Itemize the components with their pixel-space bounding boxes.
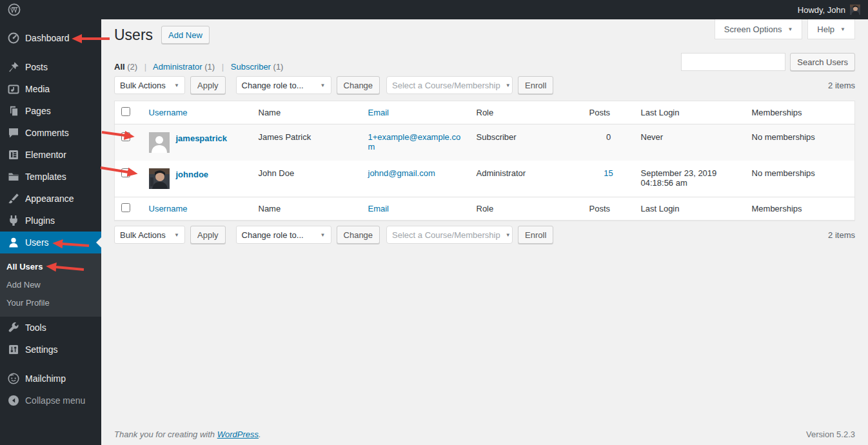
email-link[interactable]: johnd@gmail.com — [368, 168, 435, 178]
wrench-icon — [7, 321, 20, 334]
filter-administrator[interactable]: Administrator — [153, 62, 202, 72]
bulk-actions-select[interactable]: Bulk Actions ▼ — [114, 226, 185, 244]
last-login-cell: Never — [635, 124, 745, 161]
items-count: 2 items — [828, 81, 855, 90]
table-row: jamespatrick James Patrick 1+example@exa… — [115, 124, 855, 161]
bulk-actions-label: Bulk Actions — [120, 230, 166, 240]
apply-button[interactable]: Apply — [190, 76, 226, 94]
screen-options-tab[interactable]: Screen Options ▼ — [715, 19, 803, 39]
course-membership-select[interactable]: Select a Course/Membership ▼ — [386, 226, 513, 244]
sidebar-item-pages[interactable]: Pages — [0, 100, 101, 122]
role-header: Role — [470, 101, 583, 124]
folder-icon — [7, 170, 20, 183]
posts-header: Posts — [583, 101, 635, 124]
chevron-down-icon: ▼ — [787, 26, 793, 32]
change-button[interactable]: Change — [337, 76, 380, 94]
sort-username-header[interactable]: Username — [149, 108, 188, 117]
sidebar-item-dashboard[interactable]: Dashboard — [0, 27, 101, 49]
sidebar-item-appearance[interactable]: Appearance — [0, 188, 101, 210]
select-all-checkbox[interactable] — [121, 203, 130, 212]
filter-separator: | — [144, 62, 146, 72]
course-membership-label: Select a Course/Membership — [392, 81, 500, 90]
bulk-actions-select[interactable]: Bulk Actions ▼ — [114, 76, 185, 94]
name-header: Name — [252, 101, 362, 124]
sidebar-label: Pages — [25, 106, 51, 116]
screen-meta-tabs: Screen Options ▼ Help ▼ — [715, 19, 855, 39]
sort-username-header[interactable]: Username — [149, 204, 188, 213]
change-role-select[interactable]: Change role to... ▼ — [236, 76, 331, 94]
role-cell: Subscriber — [470, 124, 583, 161]
add-new-button[interactable]: Add New — [161, 26, 210, 44]
chevron-down-icon: ▼ — [321, 83, 326, 88]
row-checkbox[interactable] — [121, 132, 130, 141]
admin-footer: Thank you for creating with WordPress. V… — [114, 430, 855, 439]
sort-email-header[interactable]: Email — [368, 204, 390, 213]
menu-separator — [0, 361, 101, 368]
sidebar-item-plugins[interactable]: Plugins — [0, 210, 101, 232]
enroll-button[interactable]: Enroll — [518, 76, 553, 94]
page-title: Users — [114, 25, 153, 44]
sidebar-item-elementor[interactable]: Elementor — [0, 144, 101, 166]
username-link[interactable]: johndoe — [176, 168, 209, 179]
sidebar-item-posts[interactable]: Posts — [0, 56, 101, 78]
username-link[interactable]: jamespatrick — [176, 132, 228, 143]
select-all-checkbox[interactable] — [121, 107, 130, 116]
sidebar-item-users[interactable]: Users — [0, 232, 101, 253]
email-link[interactable]: 1+example@example.com — [368, 132, 462, 152]
wordpress-link[interactable]: WordPress — [217, 430, 259, 439]
howdy-label: Howdy, John — [798, 5, 845, 15]
memberships-cell: No memberships — [745, 161, 855, 197]
chevron-down-icon: ▼ — [840, 26, 845, 32]
footer-period: . — [259, 430, 261, 439]
avatar — [149, 168, 170, 189]
row-checkbox[interactable] — [121, 168, 130, 177]
filter-separator: | — [222, 62, 224, 72]
sidebar-item-collapse-menu[interactable]: Collapse menu — [0, 390, 101, 411]
posts-count-link[interactable]: 15 — [604, 168, 613, 178]
sort-email-header[interactable]: Email — [368, 108, 390, 117]
chevron-down-icon: ▼ — [506, 232, 511, 238]
chevron-down-icon: ▼ — [321, 232, 326, 238]
role-cell: Administrator — [470, 161, 583, 197]
sidebar-label: Elementor — [25, 150, 66, 160]
search-users-button[interactable]: Search Users — [790, 53, 855, 71]
sidebar-item-media[interactable]: Media — [0, 78, 101, 100]
change-role-label: Change role to... — [242, 230, 304, 240]
filter-subscriber[interactable]: Subscriber — [231, 62, 271, 72]
sidebar-label: Mailchimp — [25, 373, 66, 384]
apply-button[interactable]: Apply — [190, 226, 226, 244]
course-membership-select[interactable]: Select a Course/Membership ▼ — [386, 76, 513, 94]
change-button[interactable]: Change — [337, 226, 380, 244]
footer-thanks: Thank you for creating with WordPress. — [114, 430, 261, 439]
sidebar-item-settings[interactable]: Settings — [0, 339, 101, 361]
sidebar-item-mailchimp[interactable]: Mailchimp — [0, 368, 101, 390]
chevron-down-icon: ▼ — [506, 83, 511, 88]
enroll-button[interactable]: Enroll — [518, 226, 553, 244]
account-menu[interactable]: Howdy, John — [798, 5, 860, 15]
filter-all[interactable]: All — [114, 62, 125, 72]
user-icon — [7, 236, 20, 249]
posts-cell: 0 — [583, 124, 635, 161]
name-cell: James Patrick — [252, 124, 362, 161]
main-content: Screen Options ▼ Help ▼ Search Users Use… — [101, 19, 868, 445]
wordpress-logo-icon[interactable] — [8, 3, 21, 16]
sidebar-item-templates[interactable]: Templates — [0, 166, 101, 188]
help-tab[interactable]: Help ▼ — [807, 19, 855, 39]
sidebar-label: Posts — [25, 62, 48, 72]
submenu-item-your-profile[interactable]: Your Profile — [0, 294, 101, 312]
footer-version: Version 5.2.3 — [806, 430, 855, 439]
role-header: Role — [470, 197, 583, 221]
memberships-cell: No memberships — [745, 124, 855, 161]
sidebar-item-tools[interactable]: Tools — [0, 317, 101, 339]
change-role-select[interactable]: Change role to... ▼ — [236, 226, 331, 244]
last-login-header: Last Login — [635, 197, 745, 221]
bottom-toolbar: Bulk Actions ▼ Apply Change role to... ▼… — [114, 226, 855, 244]
users-submenu: All Users Add New Your Profile — [0, 253, 101, 317]
search-users-input[interactable] — [681, 53, 785, 71]
submenu-item-all-users[interactable]: All Users — [0, 258, 101, 276]
comment-bubble-icon — [7, 126, 20, 139]
sidebar-item-comments[interactable]: Comments — [0, 122, 101, 144]
sidebar-label: Appearance — [25, 193, 74, 204]
bulk-actions-label: Bulk Actions — [120, 81, 166, 90]
submenu-item-add-new[interactable]: Add New — [0, 276, 101, 294]
